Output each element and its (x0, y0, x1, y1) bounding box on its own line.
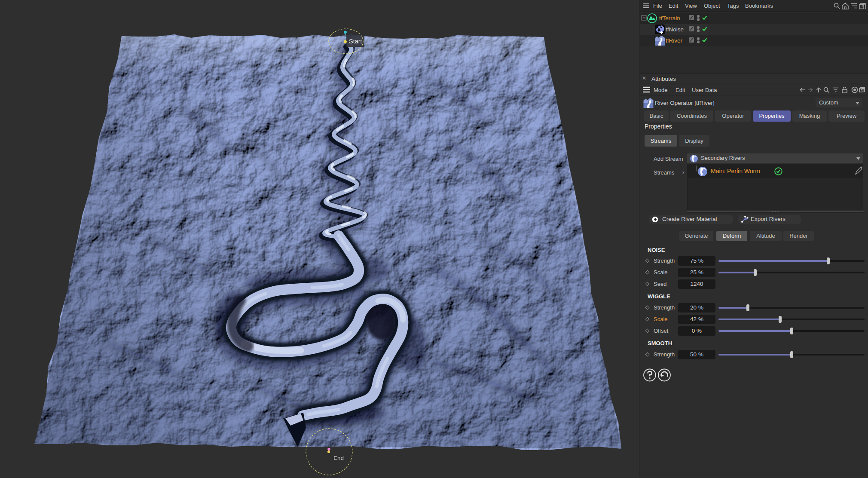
svg-text:Start: Start (349, 38, 362, 45)
svg-text:End: End (333, 455, 344, 461)
